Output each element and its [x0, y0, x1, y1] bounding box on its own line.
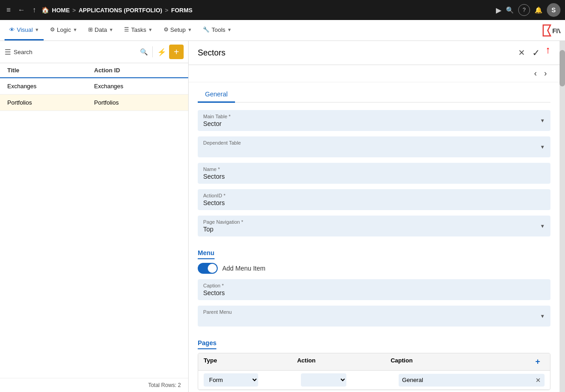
- next-nav-btn[interactable]: ›: [540, 67, 550, 80]
- scrollbar[interactable]: [560, 41, 565, 392]
- five-logo: FIVE: [542, 24, 560, 37]
- menu-icon[interactable]: ≡: [5, 4, 12, 16]
- detail-tabs: General: [198, 87, 550, 103]
- dependent-table-label: Dependent Table: [203, 140, 545, 146]
- nav-tasks[interactable]: ☰ Tasks ▼: [120, 20, 157, 40]
- name-input[interactable]: [203, 173, 545, 180]
- dependent-table-value: [203, 146, 545, 154]
- forms-label[interactable]: FORMS: [171, 7, 192, 14]
- search-input[interactable]: [14, 49, 138, 55]
- row-action-exchanges: Exchanges: [94, 83, 181, 90]
- parent-menu-value: [203, 316, 545, 323]
- add-menu-item-toggle[interactable]: [198, 263, 218, 274]
- main-table-label: Main Table *: [203, 114, 545, 119]
- help-icon[interactable]: ?: [518, 4, 530, 16]
- type-select[interactable]: Form: [204, 373, 258, 387]
- svg-text:FIVE: FIVE: [552, 27, 560, 35]
- col-type-header: Type: [204, 357, 297, 367]
- parent-menu-field: Parent Menu: [198, 306, 550, 327]
- breadcrumb: 🏠 HOME > APPLICATIONS (PORTFOLIO) > FORM…: [41, 6, 192, 14]
- tab-general[interactable]: General: [198, 87, 235, 103]
- detail-content: General Main Table * Sector Dependent Ta…: [189, 82, 560, 392]
- pages-add-button[interactable]: +: [531, 357, 545, 367]
- pages-row-type: Form: [204, 373, 301, 387]
- search-magnifier-icon: 🔍: [140, 48, 148, 55]
- pages-row-action: [301, 373, 398, 387]
- col-caption-header: Caption: [390, 357, 531, 367]
- check-icon[interactable]: ✓: [530, 45, 542, 60]
- name-label: Name *: [203, 166, 545, 172]
- nav-tools[interactable]: 🔧 Tools ▼: [198, 20, 236, 40]
- nav-logic[interactable]: ⚙ Logic ▼: [45, 20, 82, 40]
- detail-title: Sectors: [198, 48, 516, 58]
- row-action-portfolios: Portfolios: [94, 99, 181, 106]
- caption-label: Caption *: [203, 283, 545, 288]
- detail-header: Sectors ✕ ✓ ↑: [189, 41, 560, 65]
- avatar[interactable]: S: [547, 3, 560, 17]
- sidebar-footer: Total Rows: 2: [0, 378, 188, 392]
- pages-table-row: Form ✕: [198, 371, 550, 390]
- main-table-field: Main Table * Sector: [198, 110, 550, 131]
- top-nav-right: ▶ 🔍 ? 🔔 S: [496, 3, 560, 17]
- applications-label[interactable]: APPLICATIONS (PORTFOLIO): [79, 7, 162, 14]
- close-icon[interactable]: ✕: [516, 46, 527, 60]
- table-row[interactable]: Portfolios Portfolios: [0, 95, 188, 111]
- page-nav-field: Page Navigation * Top: [198, 216, 550, 236]
- caption-field-wrapper: ✕: [399, 374, 545, 387]
- col-action-id-header: Action ID: [94, 67, 181, 74]
- search-icon[interactable]: 🔍: [506, 6, 514, 14]
- pages-section-label: Pages: [198, 339, 216, 349]
- search-wrapper: 🔍: [14, 48, 148, 55]
- main-table-value: Sector: [203, 120, 545, 127]
- action-id-input[interactable]: [203, 199, 545, 206]
- sidebar-search-bar: ☰ 🔍 ⚡ +: [0, 41, 188, 63]
- home-label[interactable]: HOME: [52, 7, 70, 14]
- pages-section-header: Pages: [198, 332, 550, 353]
- bell-icon[interactable]: 🔔: [535, 6, 542, 14]
- pages-table: Type Action Caption + Form: [198, 353, 550, 390]
- dependent-table-field: Dependent Table: [198, 136, 550, 157]
- table-row[interactable]: Exchanges Exchanges: [0, 78, 188, 95]
- detail-panel: Sectors ✕ ✓ ↑ ‹ › General Main Table * S…: [189, 41, 560, 392]
- play-icon[interactable]: ▶: [496, 6, 501, 15]
- row-title-exchanges: Exchanges: [7, 83, 94, 90]
- detail-header-actions: ✕ ✓ ↑: [516, 45, 550, 60]
- page-nav-label: Page Navigation *: [203, 219, 545, 225]
- caption-input[interactable]: [203, 289, 545, 297]
- second-nav: 👁 Visual ▼ ⚙ Logic ▼ ⊞ Data ▼ ☰ Tasks ▼ …: [0, 20, 565, 41]
- pages-caption-clear[interactable]: ✕: [535, 377, 541, 384]
- nav-data[interactable]: ⊞ Data ▼: [84, 20, 118, 40]
- main-layout: ☰ 🔍 ⚡ + Title Action ID Exchanges Exchan…: [0, 41, 565, 392]
- caption-field: Caption *: [198, 279, 550, 300]
- add-menu-item-row: Add Menu Item: [198, 263, 550, 274]
- detail-nav-row: ‹ ›: [189, 65, 560, 82]
- page-nav-value: Top: [203, 226, 545, 233]
- action-select[interactable]: [301, 373, 346, 387]
- pages-caption-input[interactable]: [402, 377, 534, 383]
- row-title-portfolios: Portfolios: [7, 99, 94, 106]
- name-field: Name *: [198, 163, 550, 184]
- parent-menu-label: Parent Menu: [203, 309, 545, 315]
- nav-setup[interactable]: ⚙ Setup ▼: [159, 20, 197, 40]
- add-menu-item-label: Add Menu Item: [222, 265, 265, 272]
- top-nav: ≡ ← ↑ 🏠 HOME > APPLICATIONS (PORTFOLIO) …: [0, 0, 565, 20]
- prev-nav-btn[interactable]: ‹: [530, 67, 540, 80]
- divider: [152, 46, 153, 57]
- back-icon[interactable]: ←: [16, 4, 27, 16]
- nav-visual[interactable]: 👁 Visual ▼: [5, 20, 44, 40]
- action-id-label: ActionID *: [203, 193, 545, 198]
- forward-up-icon[interactable]: ↑: [30, 4, 38, 16]
- menu-section-label: Menu: [198, 249, 215, 259]
- pages-table-header: Type Action Caption +: [198, 353, 550, 371]
- col-action-header: Action: [297, 357, 391, 367]
- pages-row-caption: ✕: [399, 374, 545, 387]
- sidebar-menu-icon[interactable]: ☰: [5, 48, 11, 56]
- add-button[interactable]: +: [169, 45, 184, 59]
- flash-icon[interactable]: ⚡: [157, 48, 166, 56]
- scrollbar-thumb[interactable]: [560, 50, 565, 86]
- svg-marker-0: [543, 25, 550, 36]
- col-title-header: Title: [7, 67, 94, 74]
- action-id-field: ActionID *: [198, 189, 550, 210]
- red-arrow-indicator: ↑: [545, 44, 550, 56]
- table-header: Title Action ID: [0, 63, 188, 78]
